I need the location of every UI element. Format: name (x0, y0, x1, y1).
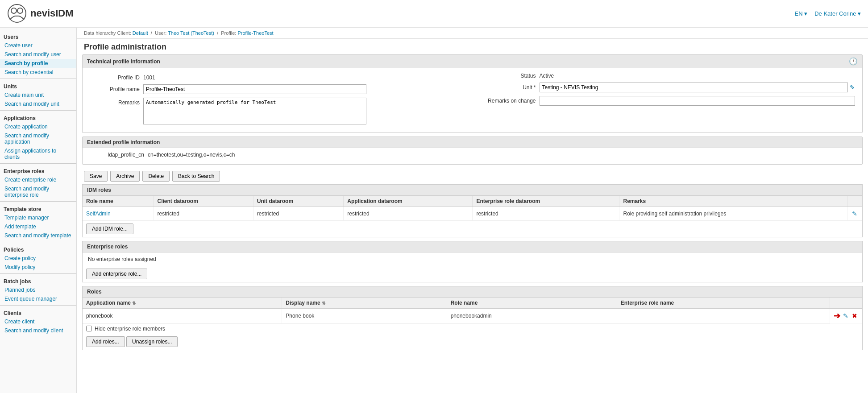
sidebar-section-units: Units (0, 81, 76, 91)
logo-text: nevisIDM (30, 8, 74, 19)
sidebar-item-create-client[interactable]: Create client (0, 317, 76, 326)
breadcrumb-prefix: Data hierarchy (84, 30, 116, 36)
role-delete-button[interactable]: ✖ (851, 311, 858, 320)
remarks-row: Remarks (90, 98, 468, 124)
enterprise-roles-section: Enterprise roles No enterprise roles ass… (82, 241, 863, 282)
sidebar-item-search-and-modify-user[interactable]: Search and modify user (0, 50, 76, 59)
clock-icon[interactable]: 🕐 (849, 57, 858, 66)
svg-point-0 (8, 4, 26, 22)
profile-name-input[interactable] (143, 84, 366, 94)
sidebar-item-template-manager[interactable]: Template manager (0, 213, 76, 222)
roles-col-app: Application name ⇅ (83, 298, 282, 309)
sidebar-divider (0, 305, 76, 306)
delete-button[interactable]: Delete (142, 171, 170, 182)
ldap-value: cn=theotest,ou=testing,o=nevis,c=ch (148, 152, 235, 158)
breadcrumb-profile-label: Profile: (221, 30, 236, 36)
roles-col-role: Role name (447, 298, 617, 309)
extended-section-header: Extended profile information (83, 137, 862, 148)
sidebar-item-search-by-profile[interactable]: Search by profile (0, 59, 76, 68)
sidebar-item-search-and-modify-unit[interactable]: Search and modify unit (0, 99, 76, 108)
status-label: Status (477, 73, 540, 79)
header: nevisIDM EN ▾ De Kater Corine ▾ (0, 0, 868, 28)
logo-icon (7, 4, 27, 23)
status-row: Status Active (477, 73, 856, 79)
roles-btn-row: Add roles... Unassign roles... (83, 334, 862, 350)
add-enterprise-role-button[interactable]: Add enterprise role... (86, 269, 147, 279)
extended-section-title: Extended profile information (87, 139, 160, 145)
idm-row-actions: ✎ (847, 207, 862, 221)
sidebar-item-modify-policy[interactable]: Modify policy (0, 263, 76, 272)
idm-edit-button[interactable]: ✎ (851, 209, 858, 218)
breadcrumb-client-link[interactable]: Default (133, 30, 148, 36)
extended-section: Extended profile information ldap_profil… (82, 137, 863, 165)
add-roles-button[interactable]: Add roles... (86, 336, 125, 347)
display-sort-icon[interactable]: ⇅ (322, 301, 325, 306)
remarks-on-change-row: Remarks on change (477, 96, 856, 106)
save-button[interactable]: Save (84, 171, 108, 182)
roles-section: Roles Application name ⇅ Display name ⇅ … (82, 286, 863, 350)
profile-name-row: Profile name (90, 84, 468, 94)
app-sort-icon[interactable]: ⇅ (132, 301, 136, 306)
sidebar-item-create-main-unit[interactable]: Create main unit (0, 91, 76, 99)
hide-enterprise-row: Hide enterprise role members (83, 324, 862, 334)
sidebar-section-applications: Applications (0, 112, 76, 122)
enterprise-roles-btn-row: Add enterprise role... (83, 266, 862, 282)
user-menu[interactable]: De Kater Corine ▾ (814, 10, 861, 17)
roles-col-actions (830, 298, 862, 309)
breadcrumb-client-label: Client: (117, 30, 131, 36)
enterprise-roles-no-data: No enterprise roles assigned (83, 252, 862, 266)
idm-col-role-name: Role name (83, 196, 154, 207)
add-idm-role-button[interactable]: Add IDM role... (86, 223, 133, 234)
archive-button[interactable]: Archive (110, 171, 140, 182)
idm-col-app-dataroom: Application dataroom (344, 196, 473, 207)
profile-id-value: 1001 (143, 73, 155, 81)
sidebar-item-search-and-modify-template[interactable]: Search and modify template (0, 231, 76, 240)
svg-point-2 (17, 8, 23, 13)
idm-remarks: Role providing self administration privi… (619, 207, 847, 221)
idm-role-name[interactable]: SelfAdmin (83, 207, 154, 221)
remarks-textarea[interactable] (143, 98, 366, 124)
sidebar-item-search-and-modify-client[interactable]: Search and modify client (0, 326, 76, 335)
extended-form: ldap_profile_cn cn=theotest,ou=testing,o… (83, 148, 862, 164)
sidebar-item-create-enterprise-role[interactable]: Create enterprise role (0, 175, 76, 184)
sidebar-section-template-store: Template store (0, 203, 76, 213)
breadcrumb: Data hierarchy Client: Default / User: T… (77, 28, 868, 39)
sidebar-item-create-application[interactable]: Create application (0, 122, 76, 131)
right-col: Status Active Unit * ✎ Remarks on change (477, 73, 856, 128)
sidebar-section-users: Users (0, 31, 76, 41)
idm-col-client-dataroom: Client dataroom (154, 196, 253, 207)
table-row: SelfAdmin restricted restricted restrict… (83, 207, 862, 221)
breadcrumb-user-link[interactable]: Theo Test (TheoTest) (168, 30, 214, 36)
language-selector[interactable]: EN ▾ (795, 10, 808, 17)
page-title: Profile administration (77, 39, 868, 54)
hide-enterprise-checkbox[interactable] (86, 326, 92, 331)
unassign-roles-button[interactable]: Unassign roles... (126, 336, 178, 347)
sidebar-item-add-template[interactable]: Add template (0, 222, 76, 231)
remarks-label: Remarks (90, 98, 143, 106)
idm-col-unit-dataroom: Unit dataroom (253, 196, 344, 207)
technical-form: Profile ID 1001 Profile name Remarks (83, 68, 862, 132)
sidebar-section-clients: Clients (0, 307, 76, 317)
sidebar-divider (0, 273, 76, 274)
unit-edit-button[interactable]: ✎ (850, 84, 855, 91)
sidebar-item-create-policy[interactable]: Create policy (0, 254, 76, 263)
sidebar-item-search-and-modify-application[interactable]: Search and modify application (0, 131, 76, 146)
roles-header: Roles (83, 286, 862, 298)
sidebar-item-create-user[interactable]: Create user (0, 41, 76, 50)
role-edit-button[interactable]: ✎ (842, 311, 849, 320)
sidebar-divider (0, 79, 76, 79)
sidebar-section-batch-jobs: Batch jobs (0, 276, 76, 285)
sidebar-divider (0, 242, 76, 242)
breadcrumb-profile-link[interactable]: Profile-TheoTest (237, 30, 273, 36)
roles-app-name: phonebook (83, 309, 282, 324)
unit-input[interactable] (540, 83, 848, 92)
sidebar: UsersCreate userSearch and modify userSe… (0, 28, 77, 393)
sidebar-item-search-and-modify-enterprise-role[interactable]: Search and modify enterprise role (0, 184, 76, 199)
roles-display-name: Phone book (282, 309, 447, 324)
remarks-on-change-input[interactable] (540, 96, 856, 106)
sidebar-item-assign-applications-to-clients[interactable]: Assign applications to clients (0, 146, 76, 161)
sidebar-item-search-by-credential[interactable]: Search by credential (0, 68, 76, 77)
sidebar-item-event-queue-manager[interactable]: Event queue manager (0, 294, 76, 303)
sidebar-item-planned-jobs[interactable]: Planned jobs (0, 285, 76, 294)
back-to-search-button[interactable]: Back to Search (172, 171, 220, 182)
